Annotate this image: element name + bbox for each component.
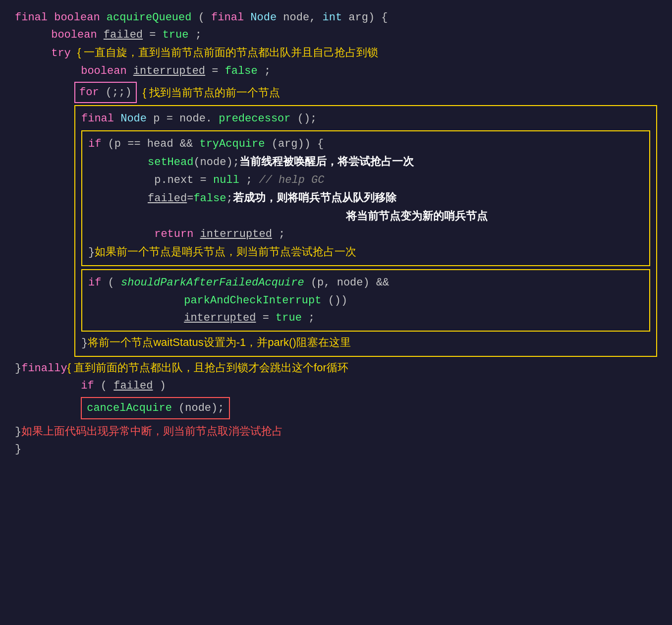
keyword-for: for	[79, 86, 99, 99]
line-for: for (;;) { 找到当前节点的前一个节点	[15, 82, 657, 103]
line-setHead: setHead (node); 当前线程被唤醒后，将尝试抢占一次	[88, 153, 643, 171]
type-node2: Node	[120, 113, 147, 125]
box-for: for (;;)	[74, 82, 137, 103]
annotation-failed: 若成功，则将哨兵节点从队列移除	[233, 189, 396, 206]
keyword-try: try	[51, 47, 71, 59]
line-close-method: }	[15, 441, 657, 458]
line-try: try { 一直自旋，直到当前节点前面的节点都出队并且自己抢占到锁	[15, 44, 657, 62]
method-setHead: setHead	[148, 154, 193, 171]
line-close-finally: } 如果上面代码出现异常中断，则当前节点取消尝试抢占	[15, 422, 657, 441]
keyword-finally: finally	[21, 360, 67, 377]
line-if-failed: if ( failed )	[15, 377, 657, 395]
var-interrupted: interrupted	[133, 65, 205, 77]
method-predecessor: predecessor	[219, 113, 290, 125]
box-cancel: cancelAcquire (node);	[81, 397, 230, 419]
var-failed2: failed	[148, 190, 187, 207]
keyword-if2: if	[88, 277, 101, 289]
keyword-final: final	[15, 11, 48, 24]
code-viewer: final boolean acquireQueued ( final Node…	[15, 9, 657, 458]
annotation-finally: { 直到前面的节点都出队，且抢占到锁才会跳出这个for循环	[67, 359, 348, 376]
annotation-final: 如果上面代码出现异常中断，则当前节点取消尝试抢占	[21, 422, 283, 440]
annotation-try: { 一直自旋，直到当前节点前面的节点都出队并且自己抢占到锁	[77, 46, 378, 58]
line-failed-false: failed = false ; 若成功，则将哨兵节点从队列移除	[88, 189, 643, 207]
val-true2: true	[276, 312, 302, 324]
box-yellow-if: if (p == head && tryAcquire (arg)) { set…	[81, 130, 650, 266]
var-failed3: failed	[113, 380, 153, 392]
annotation-park: 将前一个节点waitStatus设置为-1，并park()阻塞在这里	[88, 334, 351, 351]
method-cancel: cancelAcquire	[87, 402, 172, 414]
line-park1: if ( shouldParkAfterFailedAcquire (p, no…	[88, 274, 643, 291]
box-yellow-outer: final Node p = node. predecessor (); if …	[74, 105, 657, 357]
var-failed: failed	[104, 29, 143, 41]
keyword-final2: final	[211, 11, 244, 24]
line-return: return interrupted ;	[88, 226, 643, 243]
keyword-boolean: boolean	[54, 11, 100, 24]
annotation-for: { 找到当前节点的前一个节点	[143, 84, 280, 101]
box-yellow-park: if ( shouldParkAfterFailedAcquire (p, no…	[81, 269, 650, 332]
var-interrupted2: interrupted	[200, 228, 272, 240]
method-tryAcquire: tryAcquire	[199, 138, 265, 150]
line-finally: } finally { 直到前面的节点都出队，且抢占到锁才会跳出这个for循环	[15, 359, 657, 377]
type-int: int	[323, 11, 342, 24]
line-interrupted-true: interrupted = true ;	[88, 309, 643, 327]
var-interrupted3: interrupted	[184, 312, 256, 324]
type-node: Node	[250, 11, 277, 24]
line-predecessor: final Node p = node. predecessor ();	[81, 110, 650, 127]
line-boolean-interrupted: boolean interrupted = false ;	[15, 62, 657, 80]
val-false2: false	[193, 190, 226, 207]
comment-gc: // help GC	[259, 174, 324, 186]
line-close-if: } 如果前一个节点是哨兵节点，则当前节点尝试抢占一次	[88, 243, 643, 261]
line-if-head: if (p == head && tryAcquire (arg)) {	[88, 135, 643, 153]
line-method-signature: final boolean acquireQueued ( final Node…	[15, 9, 657, 26]
keyword-return: return	[154, 228, 193, 240]
val-false: false	[225, 65, 258, 77]
line-park-comment: } 将前一个节点waitStatus设置为-1，并park()阻塞在这里	[81, 334, 650, 352]
line-pnext: p.next = null ; // help GC	[88, 171, 643, 189]
keyword-boolean3: boolean	[81, 65, 126, 77]
line-boolean-failed: boolean failed = true ;	[15, 26, 657, 44]
annotation-sethead: 当前线程被唤醒后，将尝试抢占一次	[239, 153, 414, 170]
method-shouldPark: shouldParkAfterFailedAcquire	[121, 277, 304, 289]
method-park: parkAndCheckInterrupt	[184, 294, 321, 307]
val-null: null	[213, 174, 239, 186]
keyword-if: if	[88, 138, 101, 150]
keyword-boolean2: boolean	[51, 29, 97, 41]
val-true: true	[163, 29, 189, 41]
annotation-if-close: 如果前一个节点是哨兵节点，则当前节点尝试抢占一次	[95, 243, 356, 260]
line-annotation-cont: 将当前节点变为新的哨兵节点	[88, 207, 643, 226]
keyword-if3: if	[81, 380, 94, 392]
kw-final3: final	[81, 113, 114, 125]
method-name: acquireQueued	[107, 11, 192, 24]
line-cancel: cancelAcquire (node);	[15, 397, 657, 419]
annotation-failed2: 将当前节点变为新的哨兵节点	[346, 210, 488, 222]
line-park2: parkAndCheckInterrupt ())	[88, 292, 643, 309]
